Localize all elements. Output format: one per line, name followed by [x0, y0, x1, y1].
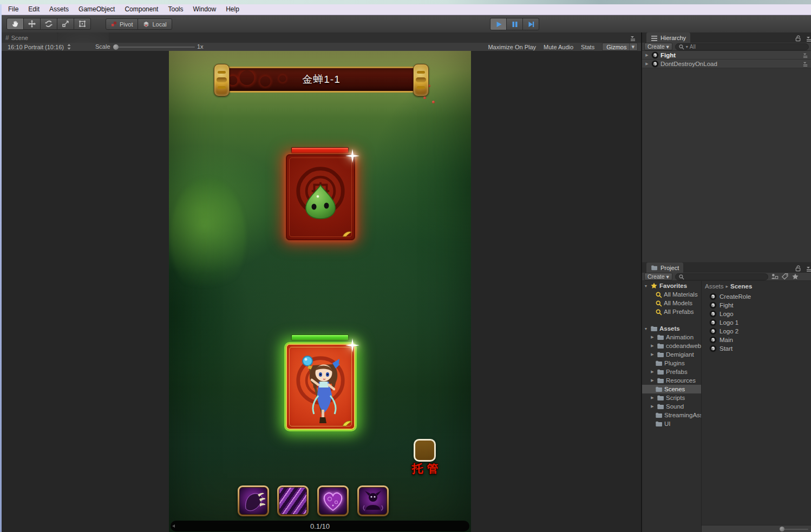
folder-row-ui[interactable]: UI [642, 419, 701, 428]
expand-arrow-icon[interactable] [650, 352, 655, 357]
menu-edit[interactable]: Edit [23, 4, 44, 15]
rotate-tool-button[interactable] [40, 18, 57, 30]
pause-button[interactable] [506, 18, 523, 30]
menu-assets[interactable]: Assets [44, 4, 74, 15]
project-bottom-bar [702, 525, 811, 532]
panel-menu-icon[interactable] [630, 35, 637, 42]
breadcrumb-assets[interactable]: Assets [705, 283, 724, 290]
panel-menu-icon[interactable] [802, 52, 809, 58]
move-tool-button[interactable] [23, 18, 41, 30]
breadcrumb-scenes[interactable]: Scenes [730, 283, 752, 290]
project-search-input[interactable] [675, 273, 768, 280]
file-row-fight[interactable]: Fight [702, 301, 811, 310]
collapse-arrow-icon[interactable] [643, 284, 649, 288]
label-icon[interactable] [781, 273, 789, 280]
scale-slider-knob[interactable] [113, 44, 119, 50]
favorite-all-models[interactable]: All Models [642, 299, 701, 307]
step-button[interactable] [522, 18, 539, 30]
expand-arrow-icon[interactable] [650, 404, 655, 409]
folder-row-sound[interactable]: Sound [642, 402, 701, 411]
scene-asset-icon [709, 336, 717, 344]
hand-tool-button[interactable] [6, 18, 24, 30]
zoom-level: 1x [197, 43, 204, 50]
enemy-card[interactable] [286, 154, 355, 240]
pivot-button[interactable]: Pivot [106, 18, 138, 30]
panel-menu-icon[interactable] [802, 61, 809, 67]
skill-button-claw[interactable] [238, 485, 269, 516]
favorite-all-materials[interactable]: All Materials [642, 290, 701, 299]
folder-row-streamingassets[interactable]: StreamingAssets [642, 411, 701, 419]
create-label: Create [648, 273, 665, 280]
folder-row-prefabs[interactable]: Prefabs [642, 367, 701, 376]
skill-button-slash[interactable] [277, 485, 309, 516]
tab-project[interactable]: Project [646, 262, 683, 273]
menu-tools[interactable]: Tools [163, 4, 188, 15]
panel-menu-icon[interactable] [806, 265, 811, 272]
panel-menu-icon[interactable] [806, 35, 811, 42]
folder-row-scripts[interactable]: Scripts [642, 393, 701, 402]
file-row-main[interactable]: Main [702, 336, 811, 344]
expand-arrow-icon[interactable] [644, 62, 650, 66]
hierarchy-tab-label: Hierarchy [660, 35, 686, 41]
play-button[interactable] [490, 18, 507, 30]
rect-tool-button[interactable] [74, 18, 91, 30]
skill-button-heart[interactable] [317, 485, 349, 516]
folder-row-animation[interactable]: Animation [642, 333, 701, 341]
icon-size-slider-knob[interactable] [780, 527, 784, 531]
folder-row-codeandweb[interactable]: codeandweb [642, 341, 701, 350]
favorite-all-prefabs[interactable]: All Prefabs [642, 307, 701, 316]
hierarchy-search-input[interactable]: All [675, 43, 809, 50]
menu-help[interactable]: Help [221, 4, 244, 15]
folder-row-demigiant[interactable]: Demigiant [642, 350, 701, 359]
skill-button-demon[interactable] [357, 485, 389, 516]
search-by-type-icon[interactable] [771, 273, 779, 280]
local-button[interactable]: Local [138, 18, 172, 30]
hierarchy-tabbar: Hierarchy [642, 32, 811, 43]
sparkle-icon [345, 338, 359, 352]
gizmos-button[interactable]: Gizmos [602, 43, 638, 51]
assets-root-row[interactable]: Assets [642, 324, 701, 333]
player-card[interactable] [286, 344, 355, 430]
auto-battle-button[interactable] [414, 439, 436, 462]
lock-icon[interactable] [794, 35, 802, 43]
lock-icon[interactable] [794, 265, 802, 273]
icon-size-slider[interactable] [782, 529, 808, 530]
file-row-start[interactable]: Start [702, 344, 811, 353]
file-row-logo[interactable]: Logo [702, 310, 811, 318]
tab-hierarchy[interactable]: Hierarchy [646, 32, 690, 43]
file-row-createrole[interactable]: CreateRole [702, 292, 811, 301]
file-row-logo-1[interactable]: Logo 1 [702, 318, 811, 327]
aspect-dropdown[interactable]: 16:10 Portrait (10:16) [8, 43, 71, 51]
menu-bar: File Edit Assets GameObject Component To… [0, 4, 811, 15]
window-titlebar-strip [0, 0, 811, 4]
chevron-down-icon[interactable] [629, 43, 636, 50]
menu-gameobject[interactable]: GameObject [74, 4, 120, 15]
favorite-star-icon[interactable] [792, 273, 799, 280]
collapse-arrow-icon[interactable] [643, 327, 649, 331]
expand-arrow-icon[interactable] [650, 378, 655, 383]
stats-button[interactable]: Stats [581, 44, 594, 50]
expand-arrow-icon[interactable] [650, 344, 655, 348]
maximize-on-play-button[interactable]: Maximize On Play [488, 44, 536, 50]
expand-arrow-icon[interactable] [650, 370, 655, 374]
menu-file[interactable]: File [3, 4, 23, 15]
tab-scene[interactable]: # Scene [0, 32, 57, 43]
menu-window[interactable]: Window [188, 4, 221, 15]
project-create-button[interactable]: Create [644, 273, 672, 280]
mute-audio-button[interactable]: Mute Audio [544, 44, 573, 50]
folder-row-scenes[interactable]: Scenes [642, 385, 701, 393]
menu-component[interactable]: Component [120, 4, 163, 15]
favorites-root-row[interactable]: Favorites [642, 281, 701, 290]
folder-row-resources[interactable]: Resources [642, 376, 701, 385]
hierarchy-create-button[interactable]: Create [644, 43, 672, 50]
pivot-label: Pivot [120, 21, 133, 28]
expand-arrow-icon[interactable] [650, 335, 655, 339]
hierarchy-item-fight[interactable]: Fight [642, 51, 811, 60]
expand-arrow-icon[interactable] [650, 396, 655, 400]
file-row-logo-2[interactable]: Logo 2 [702, 327, 811, 336]
scale-slider[interactable] [114, 47, 195, 48]
folder-row-plugins[interactable]: Plugins [642, 359, 701, 367]
expand-arrow-icon[interactable] [644, 53, 650, 57]
scale-tool-button[interactable] [57, 18, 74, 30]
hierarchy-item-dontdestroyonload[interactable]: DontDestroyOnLoad [642, 60, 811, 68]
